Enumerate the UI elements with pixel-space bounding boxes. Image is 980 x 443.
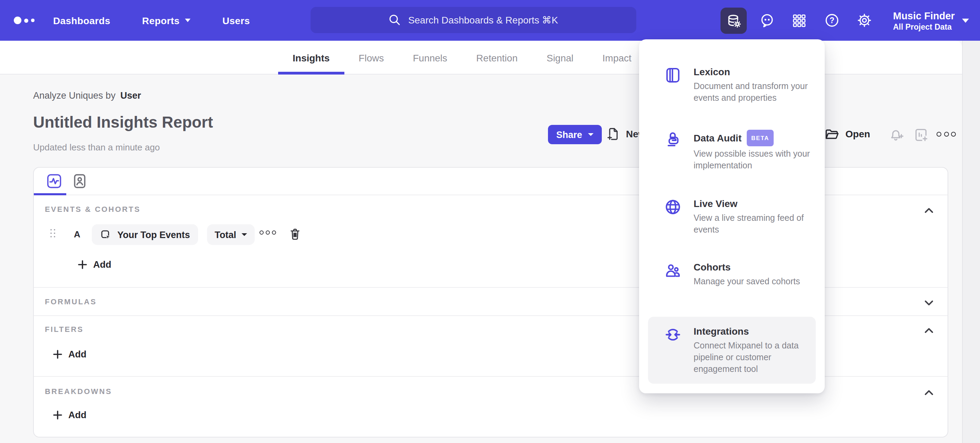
chevron-down-icon <box>963 18 969 22</box>
nav-item-users[interactable]: Users <box>222 15 250 26</box>
lexicon-book-icon <box>664 66 682 104</box>
menu-item-text: Cohorts Manage your saved cohorts <box>694 261 811 288</box>
folder-open-icon <box>824 126 839 141</box>
mixpanel-app: Dashboards Reports Users Search Dashboar… <box>0 0 980 443</box>
integrations-sync-icon <box>664 326 682 375</box>
nav-item-dashboards[interactable]: Dashboards <box>53 15 110 26</box>
updated-timestamp: Updated less than a minute ago <box>33 142 160 152</box>
analyze-label: Analyze Uniques by <box>33 91 116 101</box>
feedback-button[interactable] <box>756 7 777 33</box>
analyze-value[interactable]: User <box>121 91 141 101</box>
database-gear-icon <box>725 12 742 29</box>
delete-event-button[interactable] <box>288 227 302 244</box>
add-filter-button[interactable]: Add <box>53 349 87 359</box>
tab-signal[interactable]: Signal <box>532 41 588 75</box>
menu-item-title: Lexicon <box>694 65 730 79</box>
settings-button[interactable] <box>854 7 874 33</box>
mixpanel-logo-icon[interactable] <box>14 17 34 24</box>
tab-insights[interactable]: Insights <box>278 41 344 75</box>
tab-retention[interactable]: Retention <box>462 41 532 75</box>
nav-item-reports[interactable]: Reports <box>142 15 191 26</box>
add-label: Add <box>93 259 111 270</box>
event-options-button[interactable] <box>259 230 276 235</box>
share-button[interactable]: Share <box>548 125 601 144</box>
add-to-board-button[interactable] <box>913 127 929 146</box>
globe-icon <box>664 198 682 236</box>
panel-tab-profiles[interactable] <box>70 172 88 190</box>
menu-item-cohorts[interactable]: Cohorts Manage your saved cohorts <box>639 261 825 288</box>
event-selector-button[interactable]: Your Top Events <box>92 224 199 245</box>
search-placeholder: Search Dashboards & Reports ⌘K <box>408 14 558 25</box>
data-tools-dropdown: Lexicon Document and transform your even… <box>639 39 825 393</box>
plus-icon <box>78 260 87 269</box>
menu-item-desc: Connect Mixpanel to a data pipeline or c… <box>694 340 811 375</box>
ellipsis-icon <box>272 230 276 235</box>
bell-plus-icon <box>888 127 904 143</box>
menu-item-integrations[interactable]: Integrations Connect Mixpanel to a data … <box>648 317 816 384</box>
drag-handle-icon[interactable] <box>50 229 56 237</box>
menu-item-live-view[interactable]: Live View View a live streaming feed of … <box>639 197 825 236</box>
menu-item-title: Live View <box>694 197 737 210</box>
trash-icon <box>288 227 302 241</box>
global-search-input[interactable]: Search Dashboards & Reports ⌘K <box>310 7 636 33</box>
chevron-down-icon <box>588 133 593 136</box>
apps-grid-button[interactable] <box>789 7 810 33</box>
add-event-button[interactable]: Add <box>78 259 111 270</box>
project-name: Music Finder <box>893 10 955 23</box>
add-breakdown-button[interactable]: Add <box>53 410 87 420</box>
ellipsis-icon <box>266 230 270 235</box>
menu-item-text: Data Audit BETA View possible issues wit… <box>694 130 811 172</box>
share-label: Share <box>556 129 582 140</box>
menu-item-text: Live View View a live streaming feed of … <box>694 197 811 236</box>
menu-item-lexicon[interactable]: Lexicon Document and transform your even… <box>639 65 825 104</box>
active-tab-underline <box>34 193 66 195</box>
tab-impact[interactable]: Impact <box>588 41 646 75</box>
gear-icon <box>856 13 872 28</box>
file-plus-icon <box>606 126 620 141</box>
panel-tab-events[interactable] <box>45 172 63 190</box>
tab-label: Funnels <box>413 52 447 63</box>
ellipsis-icon <box>951 132 956 137</box>
page-title[interactable]: Untitled Insights Report <box>33 113 213 132</box>
collapse-filters-button[interactable] <box>924 325 934 337</box>
tab-label: Flows <box>358 52 384 63</box>
menu-item-title: Data Audit <box>694 132 741 144</box>
expand-formulas-button[interactable] <box>924 297 934 310</box>
ellipsis-icon <box>937 132 941 137</box>
ellipsis-icon <box>944 132 948 137</box>
nav-tools: ? <box>721 0 886 41</box>
menu-item-title: Integrations <box>694 325 749 338</box>
alert-bell-plus-button[interactable] <box>888 127 904 146</box>
right-gutter <box>962 41 980 443</box>
collapse-events-button[interactable] <box>924 205 934 218</box>
profile-card-icon <box>71 173 88 190</box>
nav-item-label: Reports <box>142 15 180 26</box>
board-plus-icon <box>913 127 929 143</box>
menu-item-text: Integrations Connect Mixpanel to a data … <box>694 325 811 375</box>
top-nav: Dashboards Reports Users Search Dashboar… <box>0 0 980 41</box>
data-management-button[interactable] <box>721 7 747 33</box>
help-icon: ? <box>824 13 840 28</box>
series-letter: A <box>74 229 80 240</box>
tab-funnels[interactable]: Funnels <box>398 41 462 75</box>
chevron-up-icon <box>924 206 934 214</box>
event-label: Your Top Events <box>117 229 190 240</box>
tab-label: Retention <box>476 52 518 63</box>
insights-chart-icon <box>45 173 62 190</box>
menu-item-text: Lexicon Document and transform your even… <box>694 65 811 104</box>
chevron-down-icon <box>185 19 191 22</box>
feedback-bubble-icon <box>759 13 775 28</box>
help-button[interactable]: ? <box>821 7 842 33</box>
more-options-button[interactable] <box>937 132 956 137</box>
collapse-breakdowns-button[interactable] <box>924 387 934 400</box>
project-switcher[interactable]: Music Finder All Project Data <box>893 0 969 41</box>
menu-item-data-audit[interactable]: Data Audit BETA View possible issues wit… <box>639 130 825 172</box>
metric-dropdown[interactable]: Total <box>207 224 255 245</box>
section-header-formulas: FORMULAS <box>45 297 97 306</box>
menu-item-desc: View a live streaming feed of events <box>694 213 811 236</box>
section-header-filters: FILTERS <box>45 325 84 333</box>
project-scope: All Project Data <box>893 23 955 31</box>
tab-flows[interactable]: Flows <box>344 41 398 75</box>
open-report-button[interactable]: Open <box>824 126 870 141</box>
add-label: Add <box>68 349 87 359</box>
